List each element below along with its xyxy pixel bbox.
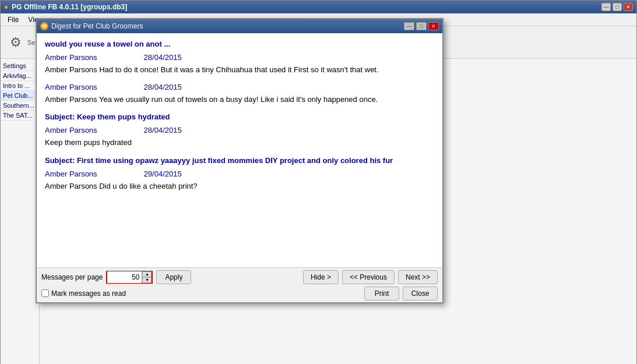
close-button[interactable]: Close — [403, 287, 438, 301]
hide-button[interactable]: Hide > — [303, 270, 339, 284]
app-maximize-button[interactable]: □ — [613, 3, 622, 11]
messages-per-page-input[interactable] — [107, 271, 142, 283]
dialog: ✉ Digest for Pet Club Groomers — □ ✕ wou… — [36, 18, 444, 303]
app-minimize-button[interactable]: — — [601, 3, 611, 11]
app-close-button[interactable]: ✕ — [624, 3, 633, 11]
msg-sender-row-1: Amber Parsons 28/04/2015 — [45, 53, 434, 62]
dialog-maximize-button[interactable]: □ — [416, 22, 427, 30]
sidebar-item-intro[interactable]: Intro to ... — [1, 81, 39, 91]
menu-file[interactable]: File — [3, 15, 23, 25]
dialog-title: Digest for Pet Club Groomers — [51, 22, 143, 30]
msg-date-4: 29/04/2015 — [144, 169, 182, 178]
msg-date-1: 28/04/2015 — [144, 53, 182, 62]
sidebar-item-petclub[interactable]: Pet Club... — [1, 91, 39, 101]
spinner-up-button[interactable]: ▲ — [142, 271, 152, 277]
msg-sender-row-4: Amber Parsons 29/04/2015 — [45, 169, 434, 178]
dialog-content: would you reuse a towel on anot ... Ambe… — [37, 33, 442, 267]
app-icon: ● — [4, 3, 8, 11]
msg-body-1: Amber Parsons Had to do it once! But it … — [45, 64, 434, 76]
msg-body-2: Amber Parsons Yea we usually run out of … — [45, 94, 434, 105]
msg-sender-4: Amber Parsons — [45, 169, 97, 178]
sidebar: Settings Arkivfag... Intro to ... Pet Cl… — [1, 59, 40, 364]
dialog-icon: ✉ — [40, 22, 48, 30]
msg-body-4: Amber Parsons Did u do like a cheetah pr… — [45, 181, 434, 192]
sidebar-item-settings[interactable]: Settings — [1, 61, 39, 71]
app-window: ● PG Offline FB 4.0.11 [ygroups.db3] — □… — [0, 0, 637, 364]
app-titlebar: ● PG Offline FB 4.0.11 [ygroups.db3] — □… — [1, 1, 636, 13]
next-button[interactable]: Next >> — [398, 270, 438, 284]
msg-sender-3: Amber Parsons — [45, 126, 97, 135]
dialog-close-button[interactable]: ✕ — [428, 22, 439, 30]
msg-sender-1: Amber Parsons — [45, 53, 97, 62]
msg-body-3: Keep them pups hydrated — [45, 137, 434, 149]
messages-per-page-spinner[interactable]: ▲ ▼ — [106, 271, 153, 284]
dialog-footer: Messages per page ▲ ▼ Apply Hide > << Pr… — [37, 267, 442, 302]
mark-as-read-row: Mark messages as read — [41, 289, 126, 298]
settings-icon[interactable]: ⚙ — [4, 31, 27, 54]
messages-per-page-label: Messages per page — [41, 273, 103, 281]
dialog-titlebar: ✉ Digest for Pet Club Groomers — □ ✕ — [37, 19, 442, 33]
mark-as-read-checkbox[interactable] — [41, 289, 49, 297]
msg-date-2: 28/04/2015 — [144, 83, 182, 91]
msg-subject-3: Subject: First time using opawz yaaayyy … — [45, 156, 434, 166]
msg-subject-2: Subject: Keep them pups hydrated — [45, 112, 434, 122]
dialog-minimize-button[interactable]: — — [404, 22, 414, 30]
msg-sender-2: Amber Parsons — [45, 83, 97, 91]
prev-button[interactable]: << Previous — [342, 270, 395, 284]
msg-date-3: 28/04/2015 — [144, 126, 182, 135]
msg-sender-row-2: Amber Parsons 28/04/2015 — [45, 83, 434, 91]
mark-as-read-label: Mark messages as read — [51, 289, 126, 298]
sidebar-item-southern[interactable]: Southern... — [1, 101, 39, 111]
spinner-down-button[interactable]: ▼ — [142, 277, 152, 283]
apply-button[interactable]: Apply — [156, 270, 191, 284]
app-title: PG Offline FB 4.0.11 [ygroups.db3] — [12, 3, 127, 11]
sidebar-item-arkivfag[interactable]: Arkivfag... — [1, 71, 39, 81]
msg-sender-row-3: Amber Parsons 28/04/2015 — [45, 126, 434, 135]
msg-subject-1: would you reuse a towel on anot ... — [45, 39, 434, 50]
print-button[interactable]: Print — [364, 287, 399, 301]
sidebar-item-thesat[interactable]: The SAT... — [1, 111, 39, 121]
